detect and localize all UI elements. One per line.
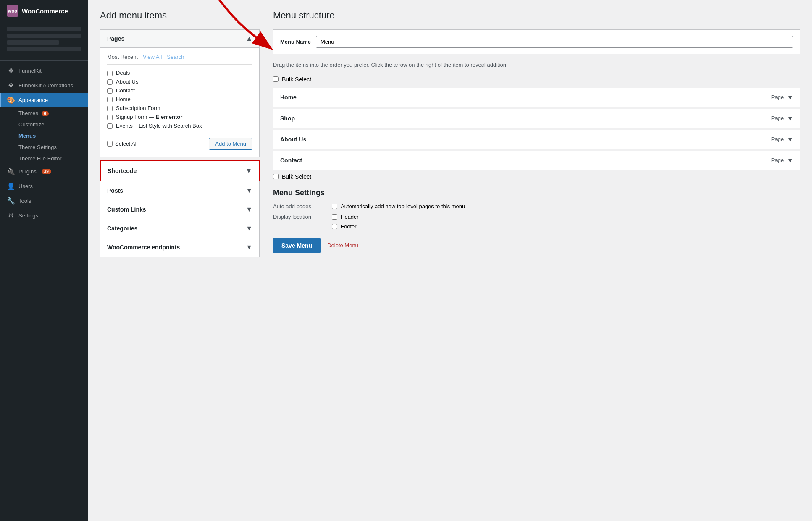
delete-menu-button[interactable]: Delete Menu (327, 242, 358, 249)
pages-section-header[interactable]: Pages ▲ (100, 30, 259, 48)
sidebar-item-settings[interactable]: ⚙ Settings (0, 208, 88, 223)
woo-icon: woo (7, 5, 18, 17)
tab-most-recent[interactable]: Most Recent (107, 53, 138, 61)
bulk-select-top-label: Bulk Select (282, 76, 311, 83)
pages-section: Pages ▲ Most Recent View All Search Deal… (100, 29, 260, 157)
bulk-select-bottom-checkbox[interactable] (273, 174, 279, 179)
page-item-subscription-form[interactable]: Subscription Form (107, 105, 252, 111)
categories-title: Categories (107, 225, 137, 232)
sidebar-item-label: Tools (18, 198, 31, 204)
save-menu-button[interactable]: Save Menu (273, 238, 321, 253)
main-content: Add menu items Pages ▲ Most Recent View … (88, 0, 812, 521)
auto-add-checkbox-label: Automatically add new top-level pages to… (341, 203, 465, 209)
page-item-about-us[interactable]: About Us (107, 79, 252, 85)
bulk-select-top: Bulk Select (273, 76, 800, 83)
menu-name-input[interactable] (316, 36, 793, 48)
add-to-menu-button[interactable]: Add to Menu (209, 138, 252, 150)
bulk-select-bottom: Bulk Select (273, 173, 800, 180)
custom-links-section: Custom Links ▼ (100, 200, 260, 219)
page-item-contact[interactable]: Contact (107, 87, 252, 94)
settings-icon: ⚙ (7, 212, 15, 220)
drag-instruction: Drag the items into the order you prefer… (273, 61, 800, 69)
auto-add-pages-row: Auto add pages Automatically add new top… (273, 203, 800, 209)
page-title: Add menu items (100, 10, 260, 21)
menu-items-list: Home Page ▼ Shop Page ▼ About Us (273, 88, 800, 170)
appearance-submenu: Themes 6 Customize Menus Theme Settings … (0, 107, 88, 164)
page-item-home[interactable]: Home (107, 96, 252, 102)
sidebar-logo-text: WooCommerce (22, 8, 68, 15)
sidebar-item-tools[interactable]: 🔧 Tools (0, 194, 88, 208)
location-header-label: Header (341, 214, 359, 220)
sidebar-item-funnelkit[interactable]: ❖ FunnelKit (0, 63, 88, 78)
shortcode-title: Shortcode (108, 168, 137, 174)
sidebar-item-plugins[interactable]: 🔌 Plugins 39 (0, 164, 88, 179)
location-header-checkbox[interactable] (332, 214, 337, 220)
posts-section: Posts ▼ (100, 181, 260, 200)
bulk-select-top-checkbox[interactable] (273, 76, 279, 82)
posts-header[interactable]: Posts ▼ (100, 181, 259, 200)
page-item-deals[interactable]: Deals (107, 70, 252, 76)
shortcode-header[interactable]: Shortcode ▼ (101, 161, 259, 181)
sidebar-subitem-customize[interactable]: Customize (0, 119, 88, 130)
sidebar-subitem-theme-file-editor[interactable]: Theme File Editor (0, 153, 88, 164)
pages-section-content: Most Recent View All Search Deals About … (100, 48, 259, 157)
menu-item-home-chevron[interactable]: ▼ (787, 94, 793, 101)
sidebar-subitem-menus[interactable]: Menus (0, 130, 88, 141)
menu-item-contact: Contact Page ▼ (273, 151, 800, 170)
menu-name-row: Menu Name (273, 29, 800, 54)
woo-header[interactable]: WooCommerce endpoints ▼ (100, 238, 259, 257)
auto-add-label: Auto add pages (273, 203, 323, 209)
sidebar-item-label: FunnelKit Automations (18, 82, 73, 89)
menu-name-label: Menu Name (280, 39, 311, 45)
sidebar-item-users[interactable]: 👤 Users (0, 179, 88, 194)
sidebar-item-label: Appearance (18, 97, 48, 103)
action-buttons: Save Menu Delete Menu (273, 238, 800, 253)
appearance-icon: 🎨 (7, 96, 15, 104)
menu-item-about-us: About Us Page ▼ (273, 130, 800, 149)
sidebar-blurred-items (0, 22, 88, 56)
sidebar-item-funnelkit-automations[interactable]: ❖ FunnelKit Automations (0, 78, 88, 93)
page-item-events[interactable]: Events – List Style with Search Box (107, 123, 252, 129)
menu-settings: Menu Settings Auto add pages Automatical… (273, 189, 800, 230)
select-all-checkbox[interactable] (107, 141, 113, 147)
tools-icon: 🔧 (7, 197, 15, 205)
categories-header[interactable]: Categories ▼ (100, 219, 259, 238)
sidebar-logo[interactable]: woo WooCommerce (0, 0, 88, 22)
pages-tab-row: Most Recent View All Search (107, 53, 252, 65)
menu-item-about-chevron[interactable]: ▼ (787, 136, 793, 143)
location-footer-checkbox[interactable] (332, 224, 337, 229)
woo-title: WooCommerce endpoints (107, 244, 180, 251)
funnelkit-automations-icon: ❖ (7, 81, 15, 89)
custom-links-title: Custom Links (107, 206, 146, 213)
sidebar-subitem-theme-settings[interactable]: Theme Settings (0, 141, 88, 153)
woo-endpoints-section: WooCommerce endpoints ▼ (100, 238, 260, 257)
select-all-row: Select All (107, 141, 137, 147)
pages-panel-footer: Select All Add to Menu (107, 134, 252, 150)
woo-chevron-icon: ▼ (246, 243, 252, 251)
shortcode-chevron-icon: ▼ (245, 167, 252, 175)
auto-add-checkbox[interactable] (332, 204, 337, 209)
menu-structure-title: Menu structure (273, 10, 800, 21)
posts-chevron-icon: ▼ (246, 187, 252, 194)
menu-item-contact-chevron[interactable]: ▼ (787, 157, 793, 164)
menu-item-shop: Shop Page ▼ (273, 109, 800, 128)
display-location-row: Display location Header Footer (273, 214, 800, 230)
shortcode-section: Shortcode ▼ (100, 160, 260, 181)
tab-view-all[interactable]: View All (143, 53, 162, 61)
pages-checkbox-list: Deals About Us Contact Home Subscrip (107, 70, 252, 129)
select-all-label: Select All (115, 141, 137, 147)
menu-item-shop-chevron[interactable]: ▼ (787, 115, 793, 122)
sidebar-subitem-themes[interactable]: Themes 6 (0, 107, 88, 119)
page-item-signup-form[interactable]: Signup Form — Elementor (107, 114, 252, 120)
tab-search[interactable]: Search (167, 53, 184, 61)
funnelkit-icon: ❖ (7, 67, 15, 75)
sidebar-item-appearance[interactable]: 🎨 Appearance (0, 93, 88, 107)
custom-links-header[interactable]: Custom Links ▼ (100, 200, 259, 219)
add-menu-panel: Add menu items Pages ▲ Most Recent View … (100, 10, 260, 257)
sidebar: woo WooCommerce ❖ FunnelKit ❖ FunnelKit … (0, 0, 88, 521)
pages-section-title: Pages (107, 35, 124, 42)
sidebar-item-label: Users (18, 183, 33, 189)
plugins-badge: 39 (42, 169, 51, 174)
posts-title: Posts (107, 187, 123, 194)
menu-item-home: Home Page ▼ (273, 88, 800, 107)
